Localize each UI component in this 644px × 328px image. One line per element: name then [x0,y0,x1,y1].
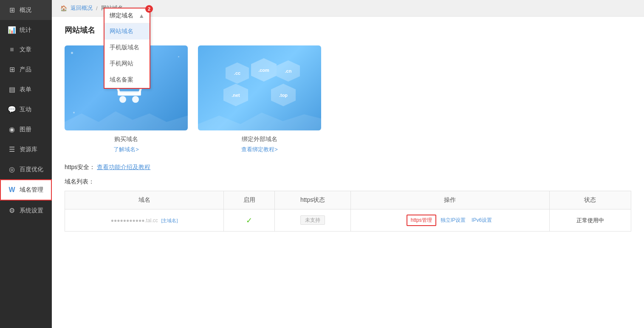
sidebar-label-system: 系统设置 [20,207,43,215]
svg-rect-0 [118,91,141,96]
domain-name-cell: ●●●●●●●●●●●.tal.cc [主域名] [65,209,224,232]
resources-icon: ☰ [8,145,16,153]
bind-domain-card: .cc .com .cn .net .top 绑定外部域名 查看绑定教程> [198,45,321,153]
overview-icon: ⊞ [8,6,16,14]
domain-list-label: 域名列表： [65,178,631,186]
sidebar-label-stats: 统计 [20,26,31,34]
col-https: https状态 [274,191,350,209]
col-domain: 域名 [65,191,224,209]
https-label: https安全： [65,164,95,170]
status-text: 正常使用中 [576,217,604,223]
domain-name-blurred: ●●●●●●●●●●●.tal.cc [111,218,158,223]
svg-point-1 [119,96,126,103]
ip-setting-button[interactable]: 独立IP设置 [439,217,467,224]
submenu-item-mobile-domain[interactable]: 手机版域名 [105,40,150,56]
view-tutorial-link[interactable]: 查看绑定教程> [241,146,278,153]
sidebar-item-system[interactable]: ⚙ 系统设置 [0,201,52,221]
sidebar-item-domain[interactable]: W 域名管理 [0,179,52,201]
hex-cn: .cn [277,60,300,82]
forms-icon: ▤ [8,85,16,93]
submenu-title: 绑定域名 [110,12,133,20]
system-icon: ⚙ [8,206,16,215]
album-icon: ◉ [8,125,16,133]
products-icon: ⊞ [8,65,16,74]
hex-net: .net [223,84,248,106]
submenu-label-mobile-domain: 手机版域名 [110,44,139,51]
https-section: https安全： 查看功能介绍及教程 [65,164,631,171]
sidebar-item-articles[interactable]: ≡ 文章 [0,40,52,59]
submenu-arrow: ▲ [138,12,144,19]
submenu-header: 绑定域名 ▲ [105,8,150,23]
buy-domain-label: 购买域名 [114,136,138,143]
sidebar-item-baidu[interactable]: ◎ 百度优化 [0,159,52,179]
bind-domain-image: .cc .com .cn .net .top [198,45,321,130]
baidu-icon: ◎ [8,165,16,173]
sidebar-label-domain: 域名管理 [20,186,43,194]
ipv6-setting-button[interactable]: IPv6设置 [470,217,494,224]
domain-icon: W [8,186,16,194]
check-icon: ✓ [246,216,252,225]
https-manage-button[interactable]: https管理 [407,215,436,226]
hex-com: .com [251,58,277,82]
sidebar-item-resources[interactable]: ☰ 资源库 [0,139,52,159]
hex-top: .top [271,84,296,106]
sidebar-label-forms: 表单 [20,86,31,93]
sidebar-label-articles: 文章 [20,46,31,54]
articles-icon: ≡ [8,46,16,54]
submenu-label-mobile-site: 手机网站 [110,60,133,67]
https-link[interactable]: 查看功能介绍及教程 [97,164,150,170]
op-cell: https管理 独立IP设置 IPv6设置 [351,209,550,232]
https-status-tag: 未支持 [300,215,325,225]
domain-table: 域名 启用 https状态 操作 状态 ●●●●●●●●●●●.tal.cc [… [65,191,631,232]
col-status: 状态 [549,191,631,209]
submenu-item-domain-record[interactable]: 域名备案 [105,72,150,88]
sidebar-label-album: 图册 [20,126,31,133]
sidebar-label-baidu: 百度优化 [20,166,43,173]
col-enabled: 启用 [224,191,275,209]
domain-badge: [主域名] [161,218,178,223]
bind-domain-label: 绑定外部域名 [242,136,277,143]
sidebar-label-products: 产品 [20,66,31,74]
submenu-badge: 2 [145,5,153,13]
sidebar-item-stats[interactable]: 📊 统计 [0,20,52,40]
sidebar-label-resources: 资源库 [20,146,37,153]
sidebar-label-overview: 概况 [20,6,31,14]
submenu-item-website-domain[interactable]: 网站域名 [105,23,150,40]
svg-point-2 [132,96,139,103]
sidebar-item-forms[interactable]: ▤ 表单 [0,79,52,99]
submenu-label-website-domain: 网站域名 [110,28,133,34]
sidebar: ⊞ 概况 📊 统计 ≡ 文章 ⊞ 产品 ▤ 表单 💬 互动 ◉ 图册 ☰ 资源库… [0,0,52,328]
learn-domain-link[interactable]: 了解域名> [113,146,139,153]
interactive-icon: 💬 [8,105,16,113]
col-op: 操作 [351,191,550,209]
enabled-cell: ✓ [224,209,275,232]
submenu-item-mobile-site[interactable]: 手机网站 [105,56,150,72]
breadcrumb-back[interactable]: 返回概况 [71,4,93,12]
status-cell: 正常使用中 [549,209,631,232]
hex-cc: .cc [226,62,249,84]
stats-icon: 📊 [8,26,16,34]
table-row: ●●●●●●●●●●●.tal.cc [主域名] ✓ 未支持 https管理 独… [65,209,631,232]
submenu: 绑定域名 ▲ 网站域名 手机版域名 手机网站 域名备案 2 [104,8,150,89]
breadcrumb-separator: / [96,5,98,11]
https-status-cell: 未支持 [274,209,350,232]
sidebar-item-album[interactable]: ◉ 图册 [0,119,52,139]
home-icon: 🏠 [60,5,67,11]
sidebar-label-interactive: 互动 [20,106,31,113]
submenu-label-domain-record: 域名备案 [110,76,133,83]
sidebar-item-interactive[interactable]: 💬 互动 [0,99,52,119]
sidebar-item-overview[interactable]: ⊞ 概况 [0,0,52,20]
sidebar-item-products[interactable]: ⊞ 产品 [0,59,52,79]
